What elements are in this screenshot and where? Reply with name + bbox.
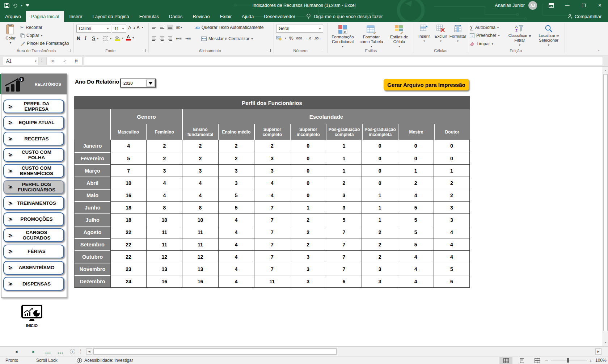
zoom-slider-handle[interactable] [567,358,569,363]
table-cell[interactable]: 6 [434,275,469,287]
table-cell[interactable]: 3 [326,189,362,201]
number-launcher-icon[interactable] [321,49,324,52]
table-cell[interactable]: 1 [434,164,469,177]
report-year-dropdown[interactable]: 2020 [120,79,156,88]
table-cell[interactable]: 3 [434,213,469,226]
wrap-text-button[interactable]: abQuebrar Texto Automaticamente [195,25,264,30]
tab-splitter[interactable]: ⁞ [79,347,83,356]
sidebar-item[interactable]: >CUSTO COM BENENFÍCIOS [3,164,64,178]
customize-qat-icon[interactable] [26,4,29,7]
table-cell[interactable]: 0 [434,152,469,164]
table-cell[interactable]: 8 [146,201,182,213]
bold-button[interactable]: N [77,35,80,41]
table-cell[interactable]: 3 [362,275,397,287]
table-cell[interactable]: 0 [362,177,397,189]
cancel-icon[interactable]: ✕ [51,59,55,64]
table-cell[interactable]: 5 [398,238,434,250]
table-cell[interactable]: 18 [110,213,146,226]
prev-sheet-icon[interactable]: ◀ [14,347,19,356]
table-cell[interactable]: 4 [218,226,254,238]
scroll-up-icon[interactable]: ▲ [603,67,608,74]
table-cell[interactable]: 2 [146,140,182,152]
table-cell[interactable]: 5 [398,201,434,213]
underline-button[interactable]: S▾ [92,35,98,41]
table-cell[interactable]: 4 [398,275,434,287]
sidebar-item[interactable]: >EQUIPE ATUAL [3,116,64,130]
tab-inserir[interactable]: Inserir [64,11,87,22]
table-cell[interactable]: 16 [182,275,218,287]
decrease-decimal-icon[interactable]: .00→ [314,37,322,40]
table-cell[interactable]: 5 [398,213,434,226]
table-cell[interactable]: 3 [326,201,362,213]
table-cell[interactable]: 5 [218,201,254,213]
table-cell[interactable]: 0 [362,140,397,152]
tab-dados[interactable]: Dados [164,11,188,22]
insert-function-icon[interactable]: fx [75,58,78,64]
qat-dropdown-icon[interactable]: ▾ [21,4,22,7]
collapse-ribbon-icon[interactable]: ⌃ [597,49,600,53]
increase-decimal-icon[interactable]: ←.0 [305,37,311,40]
increase-indent-icon[interactable]: ⇥≡ [185,36,191,41]
percent-style-icon[interactable]: % [289,35,294,41]
table-cell[interactable]: 2 [362,250,397,263]
table-cell[interactable]: 3 [290,275,326,287]
table-cell[interactable]: 2 [290,213,326,226]
horizontal-scroll-thumb[interactable] [93,348,337,355]
sidebar-item[interactable]: >FÉRIAS [3,245,64,258]
table-cell[interactable]: 3 [362,263,397,275]
table-cell[interactable]: 1 [326,140,362,152]
table-cell[interactable]: 1 [362,201,397,213]
align-middle-icon[interactable] [160,26,164,29]
table-cell[interactable]: 12 [146,250,182,263]
sidebar-item[interactable]: >CUSTO COM FOLHA [3,148,64,162]
table-cell[interactable]: 3 [254,152,290,164]
table-cell[interactable]: 0 [290,177,326,189]
table-cell[interactable]: 18 [110,201,146,213]
font-color-button[interactable]: A▾ [126,35,134,41]
share-button[interactable]: Compartilhar [567,11,601,22]
name-box[interactable]: A1▾ [3,57,38,65]
table-cell[interactable]: 11 [146,238,182,250]
table-cell[interactable]: 7 [326,263,362,275]
table-cell[interactable]: 22 [110,226,146,238]
table-cell[interactable]: 7 [254,213,290,226]
table-cell[interactable]: 7 [254,250,290,263]
conditional-formatting-button[interactable]: ≠ Formatação Condicional▾ [329,25,357,49]
vertical-scroll-thumb[interactable] [603,74,608,331]
table-cell[interactable]: 2 [434,189,469,201]
table-cell[interactable]: 1 [326,152,362,164]
table-cell[interactable]: 1 [290,201,326,213]
sidebar-item[interactable]: >RECEITAS [3,132,64,145]
sidebar-item[interactable]: >ABSENTEÍSMO [3,261,64,275]
table-cell[interactable]: 0 [290,140,326,152]
table-cell[interactable]: 1 [362,213,397,226]
align-bottom-icon[interactable] [168,26,172,29]
normal-view-button[interactable] [499,357,512,364]
align-right-icon[interactable] [168,37,172,41]
generate-print-file-button[interactable]: Gerar Arquivo para Impressão [384,79,469,90]
table-cell[interactable]: 24 [110,275,146,287]
table-cell[interactable]: 4 [434,226,469,238]
font-family-select[interactable]: Calibri▾ [76,25,111,33]
autosum-button[interactable]: ∑AutoSoma▾ [470,25,499,30]
vertical-scrollbar[interactable]: ▲ ▼ [603,67,608,346]
page-break-view-button[interactable] [531,357,544,364]
table-cell[interactable]: 0 [290,164,326,177]
tab-exibir[interactable]: Exibir [215,11,237,22]
table-cell[interactable]: 5 [434,263,469,275]
table-cell[interactable]: 4 [254,177,290,189]
home-button[interactable]: INICIO [14,305,50,328]
table-cell[interactable]: 2 [218,140,254,152]
format-as-table-button[interactable]: Formatar como Tabela▾ [358,25,385,49]
table-cell[interactable]: 2 [290,238,326,250]
table-cell[interactable]: 4 [182,177,218,189]
clear-button[interactable]: Limpar▾ [470,41,493,46]
table-cell[interactable]: 11 [254,275,290,287]
table-cell[interactable]: 2 [254,140,290,152]
zoom-level[interactable]: 100% [595,356,607,364]
table-cell[interactable]: 16 [110,189,146,201]
insert-cells-button[interactable]: Inserir▾ [416,25,432,43]
table-cell[interactable]: 7 [326,238,362,250]
grow-font-button[interactable]: A▲ [128,25,136,30]
table-cell[interactable]: 4 [110,140,146,152]
